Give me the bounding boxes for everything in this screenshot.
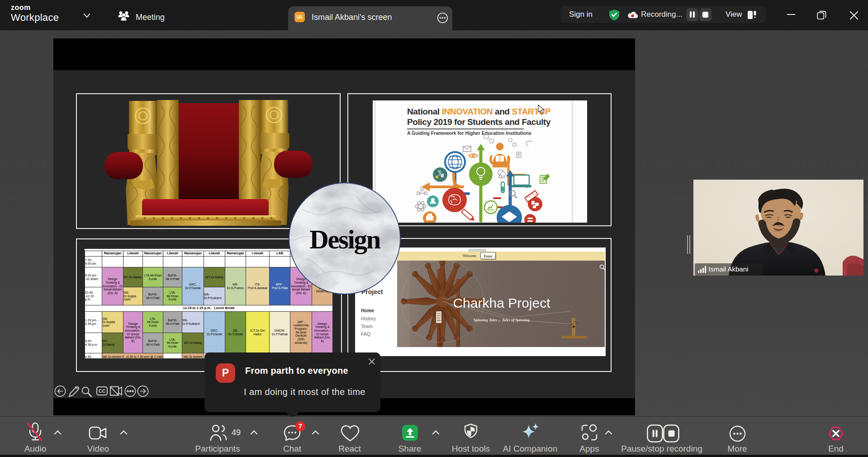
svg-text:Design: Design [309, 224, 380, 254]
svg-text:CC: CC [99, 389, 105, 394]
